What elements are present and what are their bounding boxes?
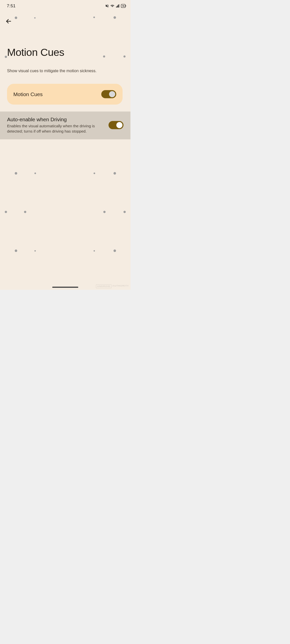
status-icons: 76	[105, 4, 125, 8]
battery-level: 76	[122, 5, 125, 7]
motion-cues-label: Motion Cues	[13, 91, 43, 97]
auto-enable-title: Auto-enable when Driving	[7, 116, 104, 122]
auto-enable-toggle[interactable]	[108, 121, 123, 129]
back-button[interactable]	[5, 17, 13, 25]
page-title: Motion Cues	[7, 47, 64, 58]
motion-cues-toggle[interactable]	[101, 90, 116, 98]
toggle-knob	[109, 91, 115, 97]
status-bar: 7:51 76	[0, 0, 130, 9]
watermark-a: ANDROID	[96, 284, 112, 288]
auto-enable-row[interactable]: Auto-enable when Driving Enables the vis…	[0, 111, 130, 139]
watermark: ANDROID AUTHORITY	[96, 284, 129, 288]
screen: 7:51 76 Motion Cues Show visual cues to …	[0, 0, 130, 290]
status-time: 7:51	[7, 4, 16, 8]
battery-icon: 76	[121, 4, 125, 8]
cellular-icon	[116, 4, 120, 8]
mute-icon	[105, 4, 109, 8]
motion-cues-card[interactable]: Motion Cues	[7, 84, 123, 105]
auto-enable-description: Enables the visual automatically when th…	[7, 124, 104, 134]
wifi-icon	[110, 4, 114, 8]
toggle-knob	[116, 122, 122, 128]
arrow-left-icon	[6, 18, 12, 24]
page-subtitle: Show visual cues to mitigate the motion …	[7, 68, 124, 73]
navigation-handle[interactable]	[52, 287, 78, 288]
watermark-b: AUTHORITY	[112, 284, 129, 288]
motion-dots-overlay	[0, 0, 130, 290]
